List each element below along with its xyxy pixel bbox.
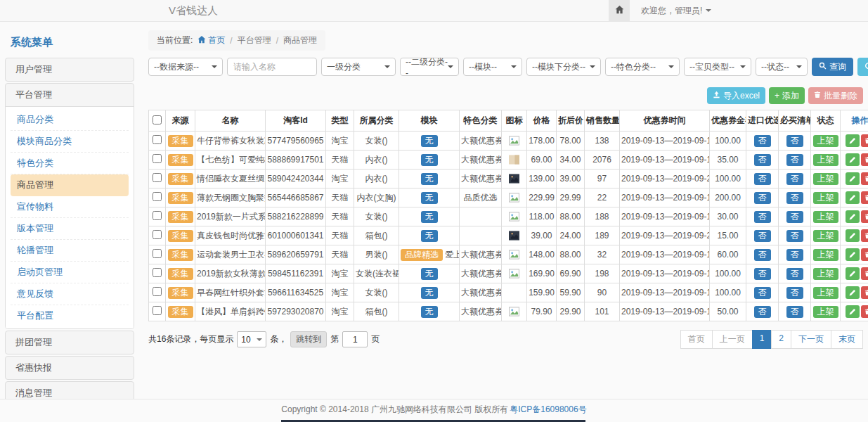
status-badge[interactable]: 上架 bbox=[813, 154, 838, 166]
sidebar-item-4[interactable]: 消息管理 bbox=[6, 382, 134, 399]
edit-button[interactable] bbox=[846, 248, 860, 261]
per-page-select[interactable]: 10 bbox=[237, 331, 266, 347]
row-checkbox[interactable] bbox=[153, 154, 162, 163]
filter-select-5[interactable]: --模块下分类-- bbox=[526, 58, 601, 76]
import-badge[interactable]: 否 bbox=[754, 287, 771, 299]
select-all-checkbox[interactable] bbox=[153, 115, 162, 124]
must-buy-badge[interactable]: 否 bbox=[786, 306, 803, 318]
row-checkbox[interactable] bbox=[153, 268, 162, 277]
row-checkbox[interactable] bbox=[153, 287, 162, 296]
pager-上一页[interactable]: 上一页 bbox=[712, 330, 753, 349]
sidebar-item-1[interactable]: 平台管理 bbox=[6, 84, 134, 106]
row-checkbox[interactable] bbox=[153, 135, 162, 144]
import-badge[interactable]: 否 bbox=[754, 249, 771, 261]
must-buy-badge[interactable]: 否 bbox=[786, 287, 803, 299]
must-buy-badge[interactable]: 否 bbox=[786, 173, 803, 185]
pager-2[interactable]: 2 bbox=[771, 330, 791, 349]
import-badge[interactable]: 否 bbox=[754, 154, 771, 166]
import-badge[interactable]: 否 bbox=[754, 306, 771, 318]
delete-button[interactable] bbox=[861, 229, 868, 242]
sidebar-subitem[interactable]: 轮播管理 bbox=[11, 240, 129, 262]
reset-button[interactable]: 重置 bbox=[857, 58, 868, 76]
delete-button[interactable] bbox=[861, 172, 868, 185]
edit-button[interactable] bbox=[846, 191, 860, 204]
delete-button[interactable] bbox=[861, 286, 868, 299]
row-checkbox[interactable] bbox=[153, 230, 162, 239]
delete-button[interactable] bbox=[861, 191, 868, 204]
must-buy-badge[interactable]: 否 bbox=[786, 135, 803, 147]
jump-button[interactable]: 跳转到 bbox=[290, 331, 327, 347]
filter-select-6[interactable]: --特色分类-- bbox=[605, 58, 680, 76]
edit-button[interactable] bbox=[846, 286, 860, 299]
user-menu[interactable]: 欢迎您，管理员! bbox=[641, 5, 711, 17]
import-badge[interactable]: 否 bbox=[754, 268, 771, 280]
edit-button[interactable] bbox=[846, 305, 860, 318]
status-badge[interactable]: 上架 bbox=[813, 211, 838, 223]
page-number-input[interactable] bbox=[342, 331, 368, 347]
home-button[interactable] bbox=[609, 0, 630, 21]
edit-button[interactable] bbox=[846, 172, 860, 185]
status-badge[interactable]: 上架 bbox=[813, 135, 838, 147]
row-checkbox[interactable] bbox=[153, 192, 162, 201]
sidebar-subitem[interactable]: 商品分类 bbox=[11, 109, 129, 131]
breadcrumb-item[interactable]: 平台管理 bbox=[238, 34, 271, 46]
import-badge[interactable]: 否 bbox=[754, 192, 771, 204]
delete-button[interactable] bbox=[861, 153, 868, 166]
filter-select-2[interactable]: 一级分类 bbox=[321, 58, 396, 76]
pager-1[interactable]: 1 bbox=[752, 330, 772, 349]
sidebar-subitem[interactable]: 特色分类 bbox=[11, 153, 129, 174]
import-badge[interactable]: 否 bbox=[754, 173, 771, 185]
status-badge[interactable]: 上架 bbox=[813, 249, 838, 261]
sidebar-subitem[interactable]: 模块商品分类 bbox=[11, 131, 129, 153]
row-checkbox[interactable] bbox=[153, 211, 162, 220]
edit-button[interactable] bbox=[846, 267, 860, 280]
must-buy-badge[interactable]: 否 bbox=[786, 154, 803, 166]
pager-下一页[interactable]: 下一页 bbox=[791, 330, 831, 349]
icp-link[interactable]: 粤ICP备16098006号 bbox=[510, 404, 586, 416]
filter-select-3[interactable]: --二级分类-- bbox=[400, 58, 459, 76]
must-buy-badge[interactable]: 否 bbox=[786, 230, 803, 242]
must-buy-badge[interactable]: 否 bbox=[786, 268, 803, 280]
must-buy-badge[interactable]: 否 bbox=[786, 249, 803, 261]
filter-select-8[interactable]: --状态-- bbox=[756, 58, 808, 76]
name-search-input[interactable] bbox=[227, 58, 317, 76]
search-button[interactable]: 查询 bbox=[812, 58, 853, 76]
sidebar-subitem[interactable]: 启动页管理 bbox=[11, 262, 129, 283]
pager-末页[interactable]: 末页 bbox=[831, 330, 863, 349]
import-excel-button[interactable]: 导入excel bbox=[707, 87, 765, 104]
sidebar-subitem[interactable]: 版本管理 bbox=[11, 218, 129, 240]
filter-select-7[interactable]: --宝贝类型-- bbox=[684, 58, 751, 76]
row-checkbox[interactable] bbox=[153, 173, 162, 182]
must-buy-badge[interactable]: 否 bbox=[786, 211, 803, 223]
sidebar-subitem[interactable]: 宣传物料 bbox=[11, 196, 129, 218]
filter-select-4[interactable]: --模块-- bbox=[463, 58, 522, 76]
status-badge[interactable]: 上架 bbox=[813, 192, 838, 204]
status-badge[interactable]: 上架 bbox=[813, 173, 838, 185]
breadcrumb-home-link[interactable]: 首页 bbox=[197, 34, 225, 46]
edit-button[interactable] bbox=[846, 153, 860, 166]
edit-button[interactable] bbox=[846, 210, 860, 223]
status-badge[interactable]: 上架 bbox=[813, 230, 838, 242]
add-button[interactable]: + 添加 bbox=[769, 87, 805, 104]
edit-button[interactable] bbox=[846, 229, 860, 242]
import-badge[interactable]: 否 bbox=[754, 135, 771, 147]
import-badge[interactable]: 否 bbox=[754, 211, 771, 223]
row-checkbox[interactable] bbox=[153, 249, 162, 258]
pager-首页[interactable]: 首页 bbox=[680, 330, 713, 349]
status-badge[interactable]: 上架 bbox=[813, 287, 838, 299]
sidebar-subitem[interactable]: 意见反馈 bbox=[11, 283, 129, 305]
delete-button[interactable] bbox=[861, 305, 868, 318]
must-buy-badge[interactable]: 否 bbox=[786, 192, 803, 204]
sidebar-item-2[interactable]: 拼团管理 bbox=[6, 331, 134, 354]
delete-button[interactable] bbox=[861, 134, 868, 147]
delete-button[interactable] bbox=[861, 210, 868, 223]
status-badge[interactable]: 上架 bbox=[813, 306, 838, 318]
filter-select-0[interactable]: --数据来源-- bbox=[148, 58, 223, 76]
import-badge[interactable]: 否 bbox=[754, 230, 771, 242]
sidebar-subitem[interactable]: 商品管理 bbox=[11, 174, 129, 196]
batch-delete-button[interactable]: 批量删除 bbox=[808, 87, 863, 104]
status-badge[interactable]: 上架 bbox=[813, 268, 838, 280]
sidebar-item-0[interactable]: 用户管理 bbox=[6, 58, 134, 81]
breadcrumb-item[interactable]: 商品管理 bbox=[283, 34, 317, 46]
row-checkbox[interactable] bbox=[153, 306, 162, 315]
